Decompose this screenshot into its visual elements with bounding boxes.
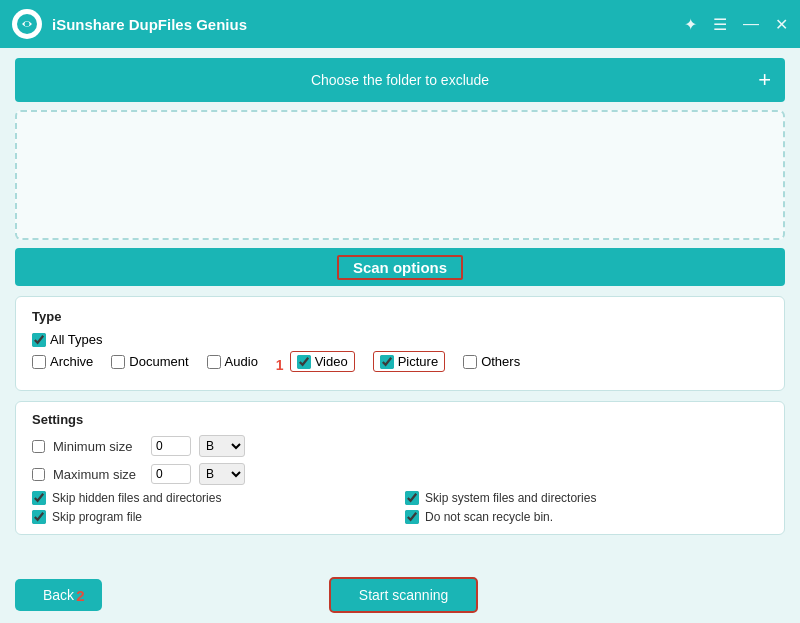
no-recycle-checkbox[interactable] bbox=[405, 510, 419, 524]
type-checkbox-picture[interactable] bbox=[380, 355, 394, 369]
type-label-picture: Picture bbox=[398, 354, 438, 369]
skip-program-label: Skip program file bbox=[52, 510, 142, 524]
app-logo bbox=[12, 9, 42, 39]
max-size-checkbox[interactable] bbox=[32, 468, 45, 481]
settings-section-title: Settings bbox=[32, 412, 768, 427]
window-controls: ✦ ☰ — ✕ bbox=[684, 15, 788, 34]
back-button[interactable]: Back bbox=[15, 579, 102, 611]
all-types-row: All Types bbox=[32, 332, 750, 347]
app-title: iSunshare DupFiles Genius bbox=[52, 16, 684, 33]
main-content: Choose the folder to exclude + Scan opti… bbox=[0, 48, 800, 623]
all-types-label: All Types bbox=[50, 332, 103, 347]
max-size-input[interactable] bbox=[151, 464, 191, 484]
start-scanning-button[interactable]: Start scanning bbox=[329, 577, 479, 613]
drop-area bbox=[15, 110, 785, 240]
add-folder-icon[interactable]: + bbox=[758, 67, 771, 93]
min-size-row: Minimum size BKBMBGB bbox=[32, 435, 768, 457]
minimize-icon[interactable]: — bbox=[743, 15, 759, 33]
choose-folder-banner[interactable]: Choose the folder to exclude + bbox=[15, 58, 785, 102]
type-items-row: Archive Document Audio 1 Video Pict bbox=[32, 351, 768, 378]
settings-panel: Settings Minimum size BKBMBGB Maximum si… bbox=[15, 401, 785, 535]
max-size-label: Maximum size bbox=[53, 467, 143, 482]
step2-badge: 2 bbox=[76, 587, 84, 604]
min-size-checkbox[interactable] bbox=[32, 440, 45, 453]
share-icon[interactable]: ✦ bbox=[684, 15, 697, 34]
type-checkbox-others[interactable] bbox=[463, 355, 477, 369]
step1-badge: 1 bbox=[276, 357, 284, 373]
footer-center: 2 Start scanning bbox=[102, 577, 705, 613]
settings-checkboxes: Skip hidden files and directories Skip s… bbox=[32, 491, 768, 524]
type-label-video: Video bbox=[315, 354, 348, 369]
min-size-unit-select[interactable]: BKBMBGB bbox=[199, 435, 245, 457]
max-size-row: Maximum size BKBMBGB bbox=[32, 463, 768, 485]
skip-hidden-label: Skip hidden files and directories bbox=[52, 491, 221, 505]
min-size-label: Minimum size bbox=[53, 439, 143, 454]
skip-program-checkbox[interactable] bbox=[32, 510, 46, 524]
no-recycle-item: Do not scan recycle bin. bbox=[405, 510, 768, 524]
min-size-input[interactable] bbox=[151, 436, 191, 456]
skip-hidden-checkbox[interactable] bbox=[32, 491, 46, 505]
type-label-document: Document bbox=[129, 354, 188, 369]
type-checkbox-archive[interactable] bbox=[32, 355, 46, 369]
all-types-checkbox[interactable] bbox=[32, 333, 46, 347]
max-size-unit-select[interactable]: BKBMBGB bbox=[199, 463, 245, 485]
skip-system-item: Skip system files and directories bbox=[405, 491, 768, 505]
skip-system-label: Skip system files and directories bbox=[425, 491, 596, 505]
scan-options-banner: Scan options bbox=[15, 248, 785, 286]
type-checkbox-audio[interactable] bbox=[207, 355, 221, 369]
type-checkbox-document[interactable] bbox=[111, 355, 125, 369]
no-recycle-label: Do not scan recycle bin. bbox=[425, 510, 553, 524]
close-icon[interactable]: ✕ bbox=[775, 15, 788, 34]
type-item-others: Others bbox=[463, 354, 520, 369]
menu-icon[interactable]: ☰ bbox=[713, 15, 727, 34]
skip-hidden-item: Skip hidden files and directories bbox=[32, 491, 395, 505]
type-label-others: Others bbox=[481, 354, 520, 369]
type-item-audio: Audio bbox=[207, 354, 258, 369]
type-checkbox-video[interactable] bbox=[297, 355, 311, 369]
choose-folder-label: Choose the folder to exclude bbox=[311, 72, 489, 88]
skip-system-checkbox[interactable] bbox=[405, 491, 419, 505]
type-item-picture: Picture bbox=[373, 351, 445, 372]
type-item-document: Document bbox=[111, 354, 188, 369]
scan-options-label: Scan options bbox=[337, 255, 463, 280]
type-item-video: Video bbox=[290, 351, 355, 372]
skip-program-item: Skip program file bbox=[32, 510, 395, 524]
titlebar: iSunshare DupFiles Genius ✦ ☰ — ✕ bbox=[0, 0, 800, 48]
type-section-title: Type bbox=[32, 309, 768, 324]
type-label-audio: Audio bbox=[225, 354, 258, 369]
type-item-archive: Archive bbox=[32, 354, 93, 369]
footer: Back 2 Start scanning bbox=[0, 569, 800, 623]
type-panel: Type All Types Archive Document Audio 1 bbox=[15, 296, 785, 391]
svg-point-1 bbox=[25, 22, 30, 27]
type-label-archive: Archive bbox=[50, 354, 93, 369]
